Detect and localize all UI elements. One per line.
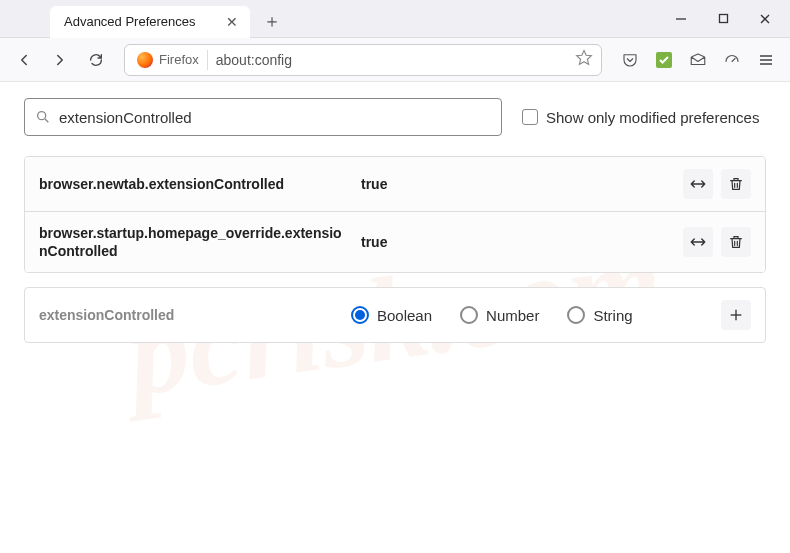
checkbox-label-text: Show only modified preferences — [546, 109, 759, 126]
identity-label: Firefox — [159, 52, 199, 67]
bookmark-star-icon[interactable] — [575, 49, 593, 70]
pref-actions — [683, 227, 751, 257]
svg-rect-1 — [719, 15, 727, 23]
content-area: Show only modified preferences browser.n… — [0, 82, 790, 359]
svg-point-8 — [38, 112, 46, 120]
toggle-button[interactable] — [683, 227, 713, 257]
radio-icon — [460, 306, 478, 324]
modified-only-checkbox[interactable]: Show only modified preferences — [522, 109, 759, 126]
add-button[interactable] — [721, 300, 751, 330]
toolbar: Firefox about:config — [0, 38, 790, 82]
back-button[interactable] — [8, 44, 40, 76]
radio-label: String — [593, 307, 632, 324]
window-controls — [660, 4, 790, 34]
firefox-logo-icon — [137, 52, 153, 68]
radio-boolean[interactable]: Boolean — [351, 306, 432, 324]
pocket-icon[interactable] — [614, 44, 646, 76]
identity-box[interactable]: Firefox — [133, 50, 208, 70]
reload-button[interactable] — [80, 44, 112, 76]
delete-button[interactable] — [721, 227, 751, 257]
pref-name: browser.newtab.extensionControlled — [39, 175, 349, 193]
close-window-button[interactable] — [744, 4, 786, 34]
checkbox-icon — [522, 109, 538, 125]
search-icon — [35, 109, 51, 125]
toggle-button[interactable] — [683, 169, 713, 199]
pref-row: browser.newtab.extensionControlled true — [25, 157, 765, 212]
new-tab-button[interactable]: ＋ — [258, 7, 286, 35]
delete-button[interactable] — [721, 169, 751, 199]
browser-tab[interactable]: Advanced Preferences ✕ — [50, 6, 250, 38]
svg-line-9 — [45, 119, 48, 122]
dashboard-icon[interactable] — [716, 44, 748, 76]
pref-name: browser.startup.homepage_override.extens… — [39, 224, 349, 260]
extension-icon[interactable] — [648, 44, 680, 76]
forward-button[interactable] — [44, 44, 76, 76]
search-input[interactable] — [59, 109, 491, 126]
tab-close-icon[interactable]: ✕ — [224, 14, 240, 30]
new-pref-row: extensionControlled Boolean Number Strin… — [24, 287, 766, 343]
type-radio-group: Boolean Number String — [351, 306, 709, 324]
radio-icon — [567, 306, 585, 324]
pref-actions — [683, 169, 751, 199]
new-pref-name: extensionControlled — [39, 307, 339, 323]
url-bar[interactable]: Firefox about:config — [124, 44, 602, 76]
search-row: Show only modified preferences — [24, 98, 766, 136]
pref-row: browser.startup.homepage_override.extens… — [25, 212, 765, 272]
titlebar: Advanced Preferences ✕ ＋ — [0, 0, 790, 38]
radio-icon — [351, 306, 369, 324]
radio-number[interactable]: Number — [460, 306, 539, 324]
maximize-button[interactable] — [702, 4, 744, 34]
minimize-button[interactable] — [660, 4, 702, 34]
prefs-table: browser.newtab.extensionControlled true … — [24, 156, 766, 273]
mail-icon[interactable] — [682, 44, 714, 76]
pref-value: true — [361, 176, 671, 192]
url-text: about:config — [216, 52, 567, 68]
menu-button[interactable] — [750, 44, 782, 76]
search-box[interactable] — [24, 98, 502, 136]
tab-title: Advanced Preferences — [64, 14, 214, 29]
radio-string[interactable]: String — [567, 306, 632, 324]
radio-label: Number — [486, 307, 539, 324]
radio-label: Boolean — [377, 307, 432, 324]
toolbar-icons — [614, 44, 782, 76]
pref-value: true — [361, 234, 671, 250]
